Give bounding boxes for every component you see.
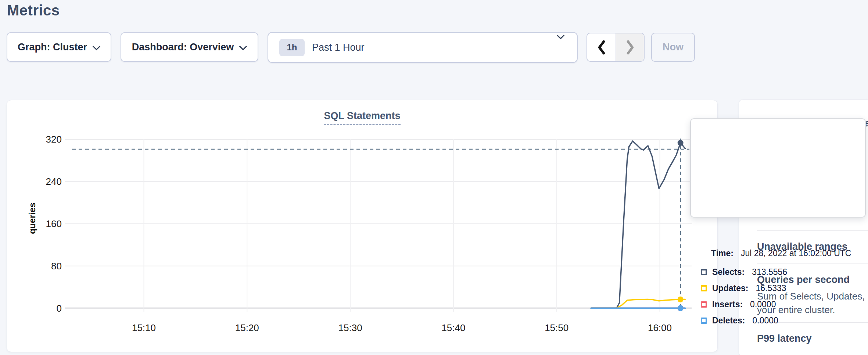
chart-title-wrap: SQL Statements <box>7 110 718 125</box>
tooltip-updates-label: Updates: <box>712 283 748 293</box>
dashboard-dropdown-label: Dashboard: Overview <box>132 42 234 53</box>
tooltip-time-value: Jul 28, 2022 at 16:02:00 UTC <box>741 248 851 258</box>
chevron-down-icon <box>240 42 247 49</box>
divider <box>757 263 868 264</box>
tooltip-selects-row: Selects: 313.5556 <box>701 267 787 277</box>
selects-series-swatch-icon <box>701 269 707 275</box>
chevron-right-icon <box>625 39 635 55</box>
tooltip-selects-label: Selects: <box>712 267 745 277</box>
tooltip-updates-row: Updates: 16.5333 <box>701 283 786 293</box>
time-range-selector[interactable]: 1h Past 1 Hour <box>268 32 578 63</box>
graph-dropdown[interactable]: Graph: Cluster <box>7 32 111 62</box>
previous-timeframe-button[interactable] <box>587 33 616 61</box>
tooltip-time-row: Time: Jul 28, 2022 at 16:02:00 UTC <box>711 248 851 258</box>
now-button[interactable]: Now <box>651 33 695 62</box>
y-axis-label: queries <box>27 202 37 234</box>
chevron-left-icon <box>597 39 606 55</box>
next-timeframe-button[interactable] <box>616 33 644 61</box>
chart-title[interactable]: SQL Statements <box>324 110 400 125</box>
chevron-down-icon <box>94 42 100 49</box>
inserts-series-swatch-icon <box>701 301 707 308</box>
chevron-down-icon <box>558 31 564 38</box>
tooltip-time-label: Time: <box>711 248 734 258</box>
sidebar-heading-p99-latency: P99 latency <box>757 333 812 344</box>
tooltip-inserts-row: Inserts: 0.0000 <box>701 300 776 309</box>
chart-hover-tooltip: Time: Jul 28, 2022 at 16:02:00 UTC Selec… <box>690 118 866 218</box>
tooltip-deletes-value: 0.0000 <box>752 316 778 326</box>
tooltip-updates-value: 16.5333 <box>756 283 786 293</box>
deletes-series-swatch-icon <box>701 318 707 324</box>
time-nav-group <box>587 33 645 62</box>
tooltip-deletes-row: Deletes: 0.0000 <box>701 316 778 326</box>
chart-plot-area[interactable] <box>65 139 692 312</box>
page-title: Metrics <box>7 2 60 19</box>
dashboard-dropdown[interactable]: Dashboard: Overview <box>121 32 258 62</box>
divider <box>757 230 868 231</box>
time-range-badge: 1h <box>279 39 305 56</box>
tooltip-inserts-label: Inserts: <box>712 300 743 309</box>
tooltip-selects-value: 313.5556 <box>752 267 787 277</box>
tooltip-inserts-value: 0.0000 <box>750 300 776 309</box>
updates-series-swatch-icon <box>701 285 707 291</box>
time-range-label: Past 1 Hour <box>312 42 365 53</box>
graph-dropdown-label: Graph: Cluster <box>18 42 87 53</box>
tooltip-deletes-label: Deletes: <box>712 316 745 326</box>
